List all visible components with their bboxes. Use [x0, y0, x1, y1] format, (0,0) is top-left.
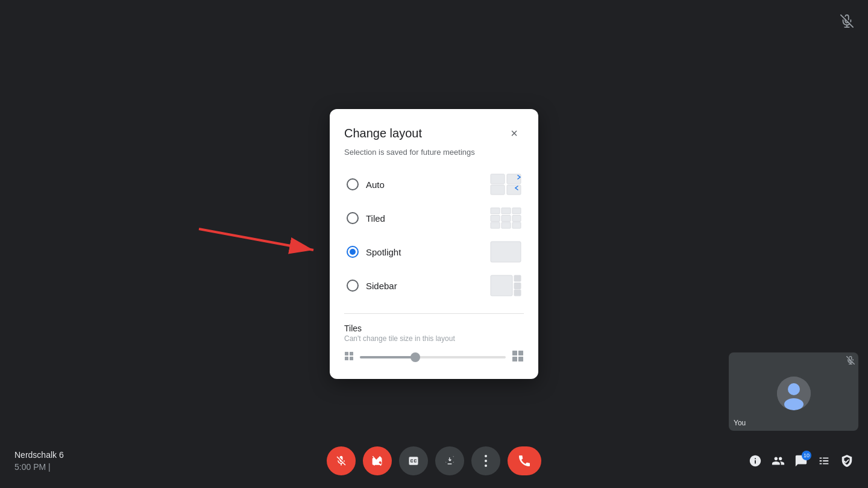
present-button[interactable] — [435, 446, 464, 475]
avatar — [777, 377, 811, 410]
spotlight-icon — [490, 241, 521, 263]
thumbnail-header — [729, 352, 858, 370]
end-call-button[interactable] — [508, 446, 541, 475]
svg-rect-17 — [491, 242, 521, 262]
you-label: You — [729, 416, 858, 431]
svg-point-38 — [485, 465, 487, 467]
svg-rect-26 — [512, 351, 517, 355]
grid-small-icon — [344, 351, 354, 363]
meeting-name: Nerdschalk 6 — [14, 450, 64, 460]
layout-spotlight-label: Spotlight — [366, 247, 401, 257]
svg-rect-14 — [491, 222, 500, 228]
bottom-center-controls — [327, 446, 541, 475]
change-layout-modal: Change layout × Selection is saved for f… — [330, 109, 538, 379]
tiled-icon — [490, 207, 521, 229]
meeting-time: 5:00 PM | — [14, 462, 64, 472]
slider-row — [344, 350, 524, 364]
radio-spotlight — [347, 246, 359, 258]
layout-option-auto[interactable]: Auto — [344, 169, 524, 200]
bottom-right-icons: 10 — [749, 454, 854, 468]
radio-sidebar — [347, 280, 359, 292]
svg-rect-28 — [512, 357, 517, 361]
layout-option-tiled[interactable]: Tiled — [344, 202, 524, 234]
svg-rect-10 — [512, 208, 521, 214]
svg-rect-7 — [507, 185, 521, 195]
layout-sidebar-label: Sidebar — [366, 281, 397, 291]
svg-point-35 — [784, 398, 804, 410]
mic-mute-button[interactable] — [327, 446, 356, 475]
bottom-left: Nerdschalk 6 5:00 PM | — [14, 450, 64, 472]
svg-point-36 — [485, 455, 487, 457]
modal-subtitle: Selection is saved for future meetings — [344, 148, 524, 157]
svg-rect-24 — [345, 357, 348, 360]
info-button[interactable] — [749, 454, 762, 468]
layout-option-spotlight[interactable]: Spotlight — [344, 236, 524, 267]
sidebar-icon — [490, 275, 521, 296]
svg-rect-20 — [514, 283, 521, 289]
svg-rect-27 — [518, 351, 523, 355]
tiles-sublabel: Can't change tile size in this layout — [344, 334, 524, 343]
svg-rect-8 — [491, 208, 500, 214]
you-thumbnail: You — [729, 352, 858, 431]
svg-rect-22 — [345, 352, 348, 355]
svg-rect-29 — [518, 357, 523, 361]
people-button[interactable] — [772, 454, 785, 468]
modal-close-button[interactable]: × — [505, 124, 524, 143]
radio-tiled — [347, 212, 359, 224]
layout-auto-label: Auto — [366, 180, 385, 190]
svg-rect-19 — [514, 275, 521, 281]
svg-rect-9 — [502, 208, 511, 214]
svg-rect-15 — [502, 222, 511, 228]
chat-badge: 10 — [802, 451, 811, 460]
svg-rect-4 — [491, 174, 505, 184]
slider-fill — [360, 356, 415, 358]
camera-mute-button[interactable] — [363, 446, 392, 475]
tiles-section: Tiles Can't change tile size in this lay… — [344, 313, 524, 364]
svg-rect-12 — [502, 216, 511, 222]
svg-point-37 — [485, 460, 487, 462]
thumbnail-mic-off-icon — [846, 356, 855, 366]
activities-button[interactable] — [817, 454, 831, 468]
svg-rect-21 — [514, 290, 521, 296]
svg-rect-13 — [512, 216, 521, 222]
svg-rect-25 — [350, 357, 353, 360]
auto-icon — [490, 174, 521, 195]
radio-spotlight-inner — [350, 249, 356, 255]
tile-size-slider[interactable] — [360, 356, 506, 358]
more-options-button[interactable] — [471, 446, 500, 475]
bottom-bar: Nerdschalk 6 5:00 PM | — [0, 434, 868, 488]
slider-thumb — [410, 352, 420, 362]
layout-spotlight-left: Spotlight — [347, 246, 401, 258]
layout-tiled-label: Tiled — [366, 213, 385, 224]
radio-auto — [347, 178, 359, 190]
tiles-label: Tiles — [344, 324, 524, 333]
modal-header: Change layout × — [344, 124, 524, 143]
svg-point-34 — [788, 383, 800, 395]
chat-button[interactable]: 10 — [794, 454, 808, 468]
layout-sidebar-left: Sidebar — [347, 280, 397, 292]
svg-rect-6 — [491, 185, 505, 195]
layout-options: Auto Til — [344, 169, 524, 301]
modal-title: Change layout — [344, 127, 422, 140]
svg-rect-11 — [491, 216, 500, 222]
svg-rect-16 — [512, 222, 521, 228]
svg-rect-18 — [491, 275, 512, 296]
thumbnail-content — [729, 370, 858, 416]
captions-button[interactable] — [399, 446, 428, 475]
security-button[interactable] — [840, 454, 854, 468]
layout-tiled-left: Tiled — [347, 212, 385, 224]
layout-auto-left: Auto — [347, 178, 385, 190]
svg-rect-23 — [350, 352, 353, 355]
grid-large-icon — [512, 350, 524, 364]
layout-option-sidebar[interactable]: Sidebar — [344, 270, 524, 301]
